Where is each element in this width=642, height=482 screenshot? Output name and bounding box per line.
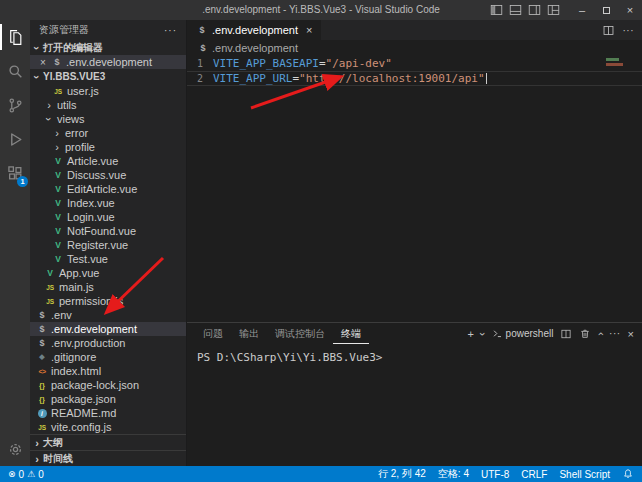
open-editors-header[interactable]: › 打开的编辑器: [30, 40, 186, 55]
tree-folder-profile[interactable]: ›profile: [30, 140, 186, 154]
tree-file-Register.vue[interactable]: VRegister.vue: [30, 238, 186, 252]
settings-button[interactable]: [0, 432, 30, 466]
tree-folder-utils[interactable]: ›utils: [30, 98, 186, 112]
chevron-down-icon[interactable]: ›: [477, 332, 489, 336]
source-control-activity-button[interactable]: [0, 88, 30, 122]
env-file-icon: $: [197, 42, 209, 53]
tree-item-label: .gitignore: [51, 351, 96, 363]
tree-item-label: Index.vue: [67, 197, 115, 209]
indentation[interactable]: 空格: 4: [438, 467, 469, 481]
language-mode[interactable]: Shell Script: [559, 469, 610, 480]
error-icon: ⊗: [8, 469, 16, 479]
sidebar-section[interactable]: ›大纲: [30, 434, 186, 450]
tree-item-label: Discuss.vue: [67, 169, 126, 181]
open-editors-list: ×$.env.development: [30, 55, 186, 69]
shell-select[interactable]: powershell: [492, 328, 554, 339]
tree-file-package.json[interactable]: {}package.json: [30, 392, 186, 406]
toggle-panel-icon[interactable]: [509, 4, 522, 16]
kill-terminal-icon[interactable]: [579, 328, 591, 340]
tree-file-App.vue[interactable]: VApp.vue: [30, 266, 186, 280]
code-line[interactable]: 1VITE_APP_BASEAPI="/api-dev": [187, 56, 642, 71]
open-editor-item[interactable]: ×$.env.development: [30, 55, 186, 69]
sidebar-section-label: 时间线: [43, 452, 73, 466]
maximize-button[interactable]: [594, 0, 618, 20]
tree-file-Test.vue[interactable]: VTest.vue: [30, 252, 186, 266]
tree-file-.gitignore[interactable]: ◆.gitignore: [30, 350, 186, 364]
tree-item-label: package.json: [51, 393, 116, 405]
minimize-button[interactable]: –: [570, 0, 594, 20]
vue-file-icon: V: [52, 156, 64, 167]
tree-file-.env.production[interactable]: $.env.production: [30, 336, 186, 350]
terminal[interactable]: PS D:\CSharp\Yi\Yi.BBS.Vue3>: [187, 344, 642, 466]
editor-tab-bar: $.env.development× ···: [187, 20, 642, 40]
panel-tab[interactable]: 问题: [195, 323, 231, 344]
more-actions-icon[interactable]: ···: [623, 25, 635, 36]
vue-file-icon: V: [52, 226, 64, 237]
tree-file-vite.config.js[interactable]: JSvite.config.js: [30, 420, 186, 434]
tree-file-package-lock.json[interactable]: {}package-lock.json: [30, 378, 186, 392]
html-file-icon: <>: [36, 366, 48, 377]
project-header[interactable]: › YI.BBS.VUE3: [30, 69, 186, 84]
panel-actions: + › powershell › ··· ×: [467, 323, 642, 344]
toggle-sidebar-icon[interactable]: [490, 4, 503, 16]
close-panel-icon[interactable]: ×: [628, 328, 634, 340]
tree-file-Login.vue[interactable]: VLogin.vue: [30, 210, 186, 224]
env-file-icon: $: [51, 57, 63, 68]
search-activity-button[interactable]: [0, 54, 30, 88]
run-debug-activity-button[interactable]: [0, 122, 30, 156]
tree-file-Article.vue[interactable]: VArticle.vue: [30, 154, 186, 168]
minimap[interactable]: [606, 58, 626, 68]
shell-name: powershell: [506, 328, 554, 339]
tree-folder-error[interactable]: ›error: [30, 126, 186, 140]
tree-file-Index.vue[interactable]: VIndex.vue: [30, 196, 186, 210]
problems-status[interactable]: ⊗ 0 ⚠ 0: [8, 469, 44, 480]
activity-bar: 1: [0, 20, 30, 466]
code-token: =: [319, 57, 326, 70]
tree-file-user.js[interactable]: JSuser.js: [30, 84, 186, 98]
editor-tab[interactable]: $.env.development×: [187, 20, 321, 40]
tree-item-label: .env.development: [51, 323, 137, 335]
new-terminal-icon[interactable]: +: [467, 328, 473, 340]
tree-file-index.html[interactable]: <>index.html: [30, 364, 186, 378]
tree-file-permission.js[interactable]: JSpermission.js: [30, 294, 186, 308]
breadcrumb-item[interactable]: $.env.development: [197, 42, 298, 54]
more-actions-icon[interactable]: ···: [164, 25, 177, 36]
tree-file-README.md[interactable]: iREADME.md: [30, 406, 186, 420]
more-actions-icon[interactable]: ···: [609, 328, 621, 339]
tree-file-Discuss.vue[interactable]: VDiscuss.vue: [30, 168, 186, 182]
cursor-position[interactable]: 行 2, 列 42: [378, 467, 426, 481]
close-tab-icon[interactable]: ×: [306, 24, 312, 36]
eol[interactable]: CRLF: [521, 469, 547, 480]
bell-icon[interactable]: [622, 468, 634, 480]
split-editor-icon[interactable]: [602, 24, 615, 37]
warning-icon: ⚠: [27, 469, 35, 479]
tree-file-.env.development[interactable]: $.env.development: [30, 322, 186, 336]
code-token: VITE_APP_URL: [213, 72, 292, 85]
panel-tab[interactable]: 调试控制台: [267, 323, 333, 344]
explorer-activity-button[interactable]: [0, 20, 30, 54]
maximize-panel-icon[interactable]: ›: [594, 332, 606, 336]
panel-tab[interactable]: 终端: [333, 323, 369, 344]
code-line[interactable]: 2VITE_APP_URL="http://localhost:19001/ap…: [187, 71, 642, 86]
close-editor-icon[interactable]: ×: [38, 57, 48, 68]
tree-file-main.js[interactable]: JSmain.js: [30, 280, 186, 294]
panel-tab[interactable]: 输出: [231, 323, 267, 344]
minimap-line: [606, 63, 623, 66]
tree-folder-views[interactable]: ›views: [30, 112, 186, 126]
close-window-button[interactable]: ×: [618, 0, 642, 20]
customize-layout-icon[interactable]: [547, 4, 560, 16]
tree-file-EditArticle.vue[interactable]: VEditArticle.vue: [30, 182, 186, 196]
run-debug-icon: [7, 131, 24, 148]
extensions-activity-button[interactable]: 1: [0, 156, 30, 190]
encoding[interactable]: UTF-8: [481, 469, 509, 480]
tree-file-.env[interactable]: $.env: [30, 308, 186, 322]
status-bar-left: ⊗ 0 ⚠ 0: [8, 469, 44, 480]
vue-file-icon: V: [52, 184, 64, 195]
code-token: "/api-dev": [326, 57, 392, 70]
tree-file-NotFound.vue[interactable]: VNotFound.vue: [30, 224, 186, 238]
code-editor[interactable]: 1VITE_APP_BASEAPI="/api-dev"2VITE_APP_UR…: [187, 55, 642, 322]
sidebar-section[interactable]: ›时间线: [30, 450, 186, 466]
split-terminal-icon[interactable]: [560, 328, 572, 340]
tree-item-label: NotFound.vue: [67, 225, 136, 237]
toggle-secondary-sidebar-icon[interactable]: [528, 4, 541, 16]
